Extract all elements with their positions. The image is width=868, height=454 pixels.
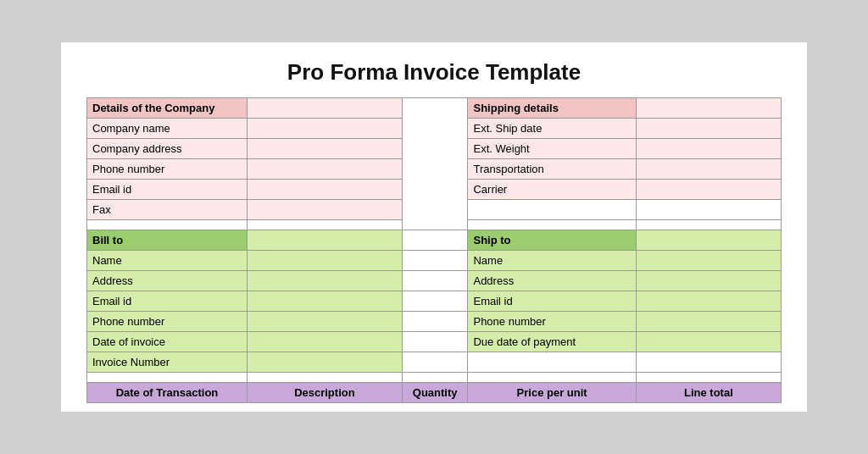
- divider3: [402, 251, 468, 271]
- divider5: [402, 291, 468, 312]
- table-row: Address Address: [87, 271, 782, 291]
- spacer8: [468, 373, 636, 383]
- footer-col4: Price per unit: [468, 383, 636, 403]
- footer-row: Date of Transaction Description Quantity…: [87, 383, 782, 403]
- bill-name-label: Name: [87, 251, 248, 271]
- section2-header-row: Bill to Ship to: [87, 230, 782, 251]
- bill-email-label: Email id: [87, 291, 248, 312]
- email-label: Email id: [87, 180, 248, 200]
- company-details-value: [247, 98, 402, 119]
- company-name-label: Company name: [87, 119, 248, 139]
- bill-address-label: Address: [87, 271, 248, 291]
- bill-to-value: [247, 230, 402, 251]
- spacer-row2: [87, 373, 782, 383]
- email-value: [247, 180, 402, 200]
- divider6: [402, 312, 468, 332]
- phone-label: Phone number: [87, 159, 248, 180]
- transportation-value: [636, 159, 781, 180]
- date-invoice-label: Date of invoice: [87, 332, 248, 352]
- bill-email-value: [247, 291, 402, 312]
- ship-address-value: [636, 271, 781, 291]
- spacer3: [468, 220, 636, 230]
- ext-weight-value: [636, 139, 781, 159]
- spacer4: [636, 220, 781, 230]
- empty-ship1: [468, 352, 636, 373]
- footer-col3: Quantity: [402, 383, 468, 403]
- empty-right2: [636, 200, 781, 220]
- page-title: Pro Forma Invoice Template: [86, 59, 782, 86]
- table-row: Date of invoice Due date of payment: [87, 332, 782, 352]
- empty-right1: [468, 200, 636, 220]
- empty-ship2: [636, 352, 781, 373]
- due-date-label: Due date of payment: [468, 332, 636, 352]
- phone-value: [247, 159, 402, 180]
- ext-ship-date-value: [636, 119, 781, 139]
- bill-address-value: [247, 271, 402, 291]
- footer-col5: Line total: [636, 383, 781, 403]
- divider: [402, 98, 468, 230]
- spacer1: [87, 220, 248, 230]
- fax-value: [247, 200, 402, 220]
- company-address-value: [247, 139, 402, 159]
- fax-label: Fax: [87, 200, 248, 220]
- divider4: [402, 271, 468, 291]
- ship-to-value: [636, 230, 781, 251]
- carrier-value: [636, 180, 781, 200]
- ship-name-label: Name: [468, 251, 636, 271]
- ship-email-label: Email id: [468, 291, 636, 312]
- table-row: Invoice Number: [87, 352, 782, 373]
- table-row: Name Name: [87, 251, 782, 271]
- bill-phone-value: [247, 312, 402, 332]
- spacer6: [247, 373, 402, 383]
- shipping-details-header: Shipping details: [468, 98, 636, 119]
- table-row: Phone number Phone number: [87, 312, 782, 332]
- ship-to-header: Ship to: [468, 230, 636, 251]
- ship-address-label: Address: [468, 271, 636, 291]
- invoice-number-value: [247, 352, 402, 373]
- transportation-label: Transportation: [468, 159, 636, 180]
- invoice-number-label: Invoice Number: [87, 352, 248, 373]
- bill-name-value: [247, 251, 402, 271]
- table-row: Email id Email id: [87, 291, 782, 312]
- company-details-header: Details of the Company: [87, 98, 248, 119]
- divider8: [402, 352, 468, 373]
- invoice-page: Pro Forma Invoice Template Details of th…: [61, 42, 807, 412]
- ext-weight-label: Ext. Weight: [468, 139, 636, 159]
- spacer5: [87, 373, 248, 383]
- spacer9: [636, 373, 781, 383]
- invoice-table: Details of the Company Shipping details …: [86, 97, 782, 403]
- shipping-details-value: [636, 98, 781, 119]
- spacer2: [247, 220, 402, 230]
- ship-phone-value: [636, 312, 781, 332]
- divider7: [402, 332, 468, 352]
- company-name-value: [247, 119, 402, 139]
- section1-header-row: Details of the Company Shipping details: [87, 98, 782, 119]
- ship-email-value: [636, 291, 781, 312]
- ext-ship-date-label: Ext. Ship date: [468, 119, 636, 139]
- due-date-value: [636, 332, 781, 352]
- ship-phone-label: Phone number: [468, 312, 636, 332]
- spacer7: [402, 373, 468, 383]
- bill-phone-label: Phone number: [87, 312, 248, 332]
- bill-to-header: Bill to: [87, 230, 248, 251]
- divider2: [402, 230, 468, 251]
- date-invoice-value: [247, 332, 402, 352]
- footer-col2: Description: [247, 383, 402, 403]
- ship-name-value: [636, 251, 781, 271]
- company-address-label: Company address: [87, 139, 248, 159]
- carrier-label: Carrier: [468, 180, 636, 200]
- footer-col1: Date of Transaction: [87, 383, 248, 403]
